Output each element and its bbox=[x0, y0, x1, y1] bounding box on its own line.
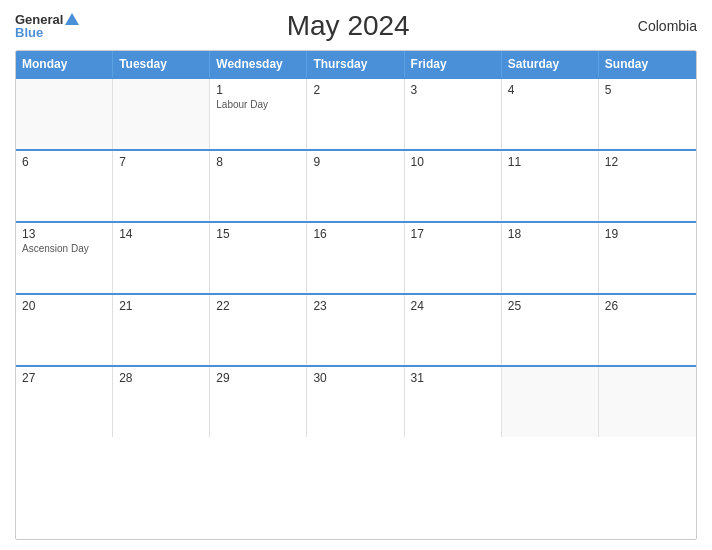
cal-cell: 3 bbox=[405, 79, 502, 149]
day-number: 23 bbox=[313, 299, 397, 313]
day-number: 20 bbox=[22, 299, 106, 313]
day-number: 27 bbox=[22, 371, 106, 385]
cal-cell: 11 bbox=[502, 151, 599, 221]
cal-cell bbox=[502, 367, 599, 437]
day-number: 8 bbox=[216, 155, 300, 169]
cal-header-tuesday: Tuesday bbox=[113, 51, 210, 77]
cal-cell: 23 bbox=[307, 295, 404, 365]
cal-cell: 1Labour Day bbox=[210, 79, 307, 149]
cal-header-saturday: Saturday bbox=[502, 51, 599, 77]
cal-cell: 15 bbox=[210, 223, 307, 293]
day-number: 16 bbox=[313, 227, 397, 241]
cal-cell: 30 bbox=[307, 367, 404, 437]
day-number: 19 bbox=[605, 227, 690, 241]
header: General Blue May 2024 Colombia bbox=[15, 10, 697, 42]
cal-cell: 20 bbox=[16, 295, 113, 365]
day-number: 5 bbox=[605, 83, 690, 97]
day-number: 9 bbox=[313, 155, 397, 169]
day-number: 10 bbox=[411, 155, 495, 169]
day-number: 28 bbox=[119, 371, 203, 385]
cal-header-thursday: Thursday bbox=[307, 51, 404, 77]
day-number: 4 bbox=[508, 83, 592, 97]
cal-week-1: 1Labour Day2345 bbox=[16, 77, 696, 149]
page: General Blue May 2024 Colombia MondayTue… bbox=[0, 0, 712, 550]
cal-cell: 21 bbox=[113, 295, 210, 365]
cal-header-sunday: Sunday bbox=[599, 51, 696, 77]
cal-cell: 4 bbox=[502, 79, 599, 149]
cal-header-wednesday: Wednesday bbox=[210, 51, 307, 77]
day-number: 7 bbox=[119, 155, 203, 169]
cal-week-3: 13Ascension Day141516171819 bbox=[16, 221, 696, 293]
cal-cell: 16 bbox=[307, 223, 404, 293]
day-number: 26 bbox=[605, 299, 690, 313]
holiday-label: Ascension Day bbox=[22, 243, 106, 254]
day-number: 22 bbox=[216, 299, 300, 313]
day-number: 21 bbox=[119, 299, 203, 313]
logo: General Blue bbox=[15, 12, 79, 40]
day-number: 24 bbox=[411, 299, 495, 313]
cal-week-5: 2728293031 bbox=[16, 365, 696, 437]
day-number: 1 bbox=[216, 83, 300, 97]
day-number: 3 bbox=[411, 83, 495, 97]
day-number: 6 bbox=[22, 155, 106, 169]
day-number: 29 bbox=[216, 371, 300, 385]
cal-cell: 7 bbox=[113, 151, 210, 221]
cal-cell: 22 bbox=[210, 295, 307, 365]
cal-cell: 12 bbox=[599, 151, 696, 221]
cal-week-2: 6789101112 bbox=[16, 149, 696, 221]
day-number: 18 bbox=[508, 227, 592, 241]
cal-cell bbox=[113, 79, 210, 149]
logo-blue-text: Blue bbox=[15, 25, 43, 40]
day-number: 12 bbox=[605, 155, 690, 169]
day-number: 25 bbox=[508, 299, 592, 313]
cal-cell: 13Ascension Day bbox=[16, 223, 113, 293]
day-number: 31 bbox=[411, 371, 495, 385]
cal-header-friday: Friday bbox=[405, 51, 502, 77]
cal-cell: 28 bbox=[113, 367, 210, 437]
country-label: Colombia bbox=[617, 18, 697, 34]
cal-cell: 25 bbox=[502, 295, 599, 365]
cal-cell bbox=[599, 367, 696, 437]
logo-triangle-icon bbox=[65, 13, 79, 25]
cal-cell: 8 bbox=[210, 151, 307, 221]
cal-cell: 24 bbox=[405, 295, 502, 365]
cal-week-4: 20212223242526 bbox=[16, 293, 696, 365]
cal-cell: 6 bbox=[16, 151, 113, 221]
holiday-label: Labour Day bbox=[216, 99, 300, 110]
cal-cell: 18 bbox=[502, 223, 599, 293]
cal-cell: 14 bbox=[113, 223, 210, 293]
cal-cell: 26 bbox=[599, 295, 696, 365]
cal-cell: 31 bbox=[405, 367, 502, 437]
day-number: 14 bbox=[119, 227, 203, 241]
day-number: 15 bbox=[216, 227, 300, 241]
cal-cell: 2 bbox=[307, 79, 404, 149]
calendar-header-row: MondayTuesdayWednesdayThursdayFridaySatu… bbox=[16, 51, 696, 77]
calendar-body: 1Labour Day2345678910111213Ascension Day… bbox=[16, 77, 696, 437]
cal-cell: 19 bbox=[599, 223, 696, 293]
day-number: 2 bbox=[313, 83, 397, 97]
cal-cell: 27 bbox=[16, 367, 113, 437]
cal-cell: 9 bbox=[307, 151, 404, 221]
cal-cell: 29 bbox=[210, 367, 307, 437]
cal-cell bbox=[16, 79, 113, 149]
day-number: 17 bbox=[411, 227, 495, 241]
day-number: 11 bbox=[508, 155, 592, 169]
day-number: 30 bbox=[313, 371, 397, 385]
cal-header-monday: Monday bbox=[16, 51, 113, 77]
cal-cell: 17 bbox=[405, 223, 502, 293]
month-title: May 2024 bbox=[79, 10, 617, 42]
day-number: 13 bbox=[22, 227, 106, 241]
calendar: MondayTuesdayWednesdayThursdayFridaySatu… bbox=[15, 50, 697, 540]
cal-cell: 10 bbox=[405, 151, 502, 221]
cal-cell: 5 bbox=[599, 79, 696, 149]
